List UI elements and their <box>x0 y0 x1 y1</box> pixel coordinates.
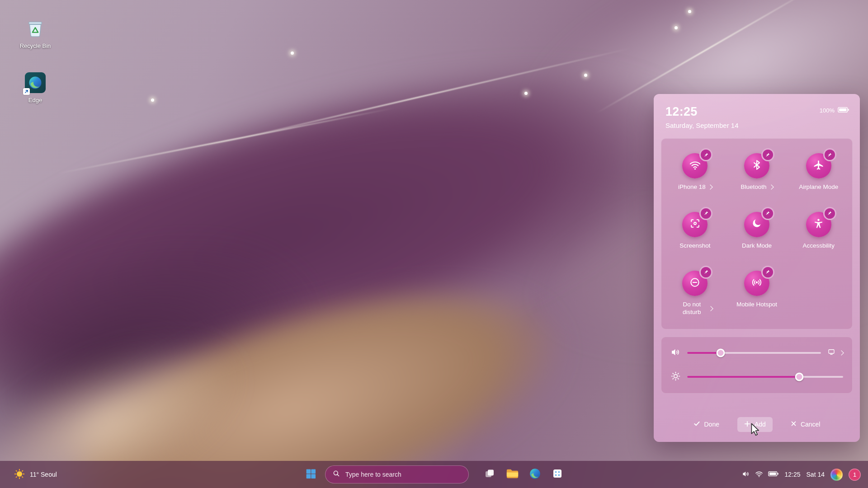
audio-output-icon[interactable] <box>827 348 835 358</box>
windows-logo-icon <box>305 468 316 481</box>
hotspot-icon <box>751 277 763 290</box>
volume-slider[interactable] <box>687 352 821 354</box>
taskbar-search[interactable] <box>325 465 469 483</box>
brightness-slider-fill <box>687 376 799 378</box>
tile-dark-mode-button[interactable] <box>744 212 769 237</box>
unpin-badge-icon[interactable] <box>825 208 835 219</box>
check-icon <box>693 420 700 428</box>
quick-settings-header: 12:25 Saturday, September 14 100% <box>661 104 853 129</box>
app-grid-button[interactable] <box>548 465 566 483</box>
tile-iphone-18: iPhone 18 <box>664 153 726 191</box>
done-button[interactable]: Done <box>691 417 722 432</box>
chevron-right-icon[interactable] <box>708 306 713 311</box>
file-explorer-button[interactable] <box>503 465 521 483</box>
tile-bluetooth: Bluetooth <box>726 153 788 191</box>
quick-settings-panel: 12:25 Saturday, September 14 100% iPhone… <box>654 94 860 442</box>
folder-icon <box>506 468 519 481</box>
tile-label: Accessbility <box>802 242 835 250</box>
tile-label: Bluetooth <box>741 183 766 191</box>
battery-icon[interactable] <box>768 471 778 478</box>
brightness-slider-row <box>670 371 843 383</box>
weather-icon <box>14 468 25 481</box>
unpin-badge-icon[interactable] <box>763 150 773 160</box>
desktop-icon-edge[interactable]: Edge <box>12 71 59 103</box>
tray-clock-date: Sat 14 <box>807 471 825 478</box>
cancel-button-label: Cancel <box>801 421 821 428</box>
search-input[interactable] <box>344 470 461 479</box>
unpin-badge-icon[interactable] <box>763 208 773 219</box>
volume-slider-thumb[interactable] <box>717 349 725 357</box>
tile-airplane-mode-button[interactable] <box>806 153 831 178</box>
chevron-right-icon[interactable] <box>708 185 712 190</box>
taskbar-center <box>302 461 566 488</box>
tray-clock-time: 12:25 <box>784 471 800 478</box>
screenshot-icon <box>689 218 701 231</box>
shortcut-arrow-icon <box>23 88 30 95</box>
tile-label: Do not disturb <box>677 301 706 316</box>
weather-widget[interactable]: 11° Seoul <box>10 461 61 488</box>
panel-clock-date: Saturday, September 14 <box>665 122 738 129</box>
tile-label: Dark Mode <box>742 242 772 250</box>
speaker-icon[interactable] <box>670 347 681 359</box>
do-not-disturb-icon <box>689 277 701 290</box>
accessibility-icon <box>813 218 824 231</box>
tile-mobile-hotspot: Mobile Hotspot <box>726 271 788 316</box>
tile-airplane-mode: Airplane Mode <box>788 153 849 191</box>
tile-accessibility: Accessbility <box>788 212 849 250</box>
quick-settings-tile-grid: iPhone 18 Bluetooth <box>661 138 853 329</box>
tile-mobile-hotspot-button[interactable] <box>744 271 769 296</box>
tile-label: iPhone 18 <box>678 183 706 191</box>
unpin-badge-icon[interactable] <box>763 267 773 277</box>
cancel-button[interactable]: Cancel <box>788 417 823 432</box>
weather-label: 11° Seoul <box>30 471 57 478</box>
edge-icon <box>529 468 541 482</box>
task-view-button[interactable] <box>481 465 499 483</box>
wifi-icon[interactable] <box>755 470 763 479</box>
start-button[interactable] <box>302 465 320 483</box>
tray-clock[interactable]: 12:25 Sat 14 <box>784 471 825 478</box>
speaker-icon[interactable] <box>742 470 750 479</box>
tile-do-not-disturb: Do not disturb <box>664 271 726 316</box>
wifi-icon <box>689 159 701 173</box>
plus-icon <box>744 421 750 428</box>
tile-iphone-18-button[interactable] <box>682 153 708 178</box>
tile-accessibility-button[interactable] <box>806 212 831 237</box>
add-button-label: Add <box>755 421 766 428</box>
taskbar: 11° Seoul <box>0 461 868 488</box>
desktop-icon-recycle-bin[interactable]: Recycle Bin <box>12 17 59 49</box>
taskbar-app-icons <box>481 465 566 483</box>
tile-screenshot: Screenshot <box>664 212 726 250</box>
brightness-slider-thumb[interactable] <box>795 373 804 381</box>
panel-clock-time: 12:25 <box>665 105 738 119</box>
widgets-icon[interactable] <box>830 469 843 481</box>
tile-do-not-disturb-button[interactable] <box>682 271 708 296</box>
tile-label: Airplane Mode <box>799 183 838 191</box>
tile-label: Mobile Hotspot <box>736 301 777 309</box>
airplane-icon <box>813 160 824 173</box>
chevron-right-icon[interactable] <box>839 350 844 355</box>
add-button[interactable]: Add <box>737 417 773 432</box>
recycle-bin-icon <box>24 17 47 40</box>
unpin-badge-icon[interactable] <box>701 267 711 277</box>
chevron-right-icon[interactable] <box>769 185 774 190</box>
volume-slider-fill <box>687 352 721 354</box>
system-tray: 12:25 Sat 14 1 <box>742 461 861 488</box>
close-icon <box>791 421 797 428</box>
brightness-slider[interactable] <box>687 376 843 378</box>
tile-bluetooth-button[interactable] <box>744 153 769 178</box>
unpin-badge-icon[interactable] <box>825 150 835 160</box>
panel-battery-status: 100% <box>820 107 849 114</box>
app-grid-icon <box>552 468 563 481</box>
unpin-badge-icon[interactable] <box>701 208 711 219</box>
bluetooth-icon <box>751 159 763 173</box>
tray-status-icons[interactable] <box>742 470 778 479</box>
tile-label: Screenshot <box>679 242 710 250</box>
tile-dark-mode: Dark Mode <box>726 212 788 250</box>
unpin-badge-icon[interactable] <box>701 150 711 160</box>
brightness-icon[interactable] <box>670 371 681 383</box>
edit-mode-footer: Done Add Cancel <box>661 417 853 434</box>
tile-screenshot-button[interactable] <box>682 212 708 237</box>
edge-browser-button[interactable] <box>526 465 544 483</box>
task-view-icon <box>484 468 495 481</box>
notification-badge[interactable]: 1 <box>849 469 861 481</box>
